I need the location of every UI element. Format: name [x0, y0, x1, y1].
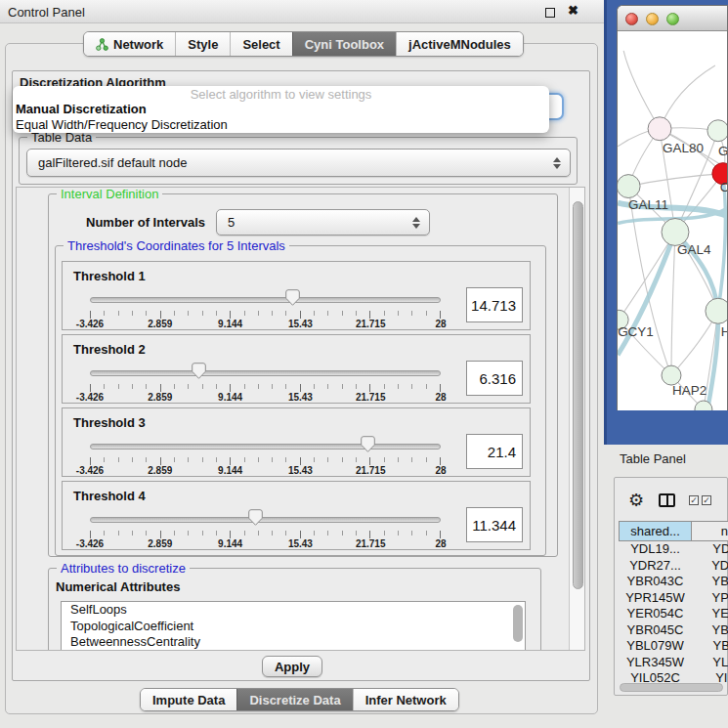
- tab-style[interactable]: Style: [175, 32, 230, 56]
- table-row[interactable]: YBL079WYBL0: [619, 638, 728, 655]
- mac-minimize-icon[interactable]: [646, 13, 659, 25]
- threshold-2-value-field[interactable]: 6.316: [466, 361, 523, 396]
- table-data-combo-value: galFiltered.sif default node: [38, 155, 187, 170]
- panel-title: Control Panel: [8, 5, 85, 20]
- table-data-combo[interactable]: galFiltered.sif default node: [26, 149, 571, 177]
- attributes-group-title: Attributes to discretize: [57, 561, 190, 576]
- network-nodes[interactable]: [618, 117, 728, 410]
- column-header-shared-name[interactable]: shared...: [619, 521, 692, 541]
- threshold-1-panel: Threshold 1 -3.426 2.859 9.144 15.43 21.…: [62, 261, 531, 330]
- tab-infer-network[interactable]: Infer Network: [353, 689, 458, 710]
- slider-thumb[interactable]: [192, 363, 206, 379]
- slider-major-ticks: [90, 384, 441, 392]
- close-panel-icon[interactable]: ✖: [568, 3, 578, 18]
- list-item[interactable]: SelfLoops: [62, 602, 525, 619]
- tab-select[interactable]: Select: [230, 32, 291, 56]
- float-panel-icon[interactable]: [545, 8, 555, 18]
- tab-discretize-data[interactable]: Discretize Data: [236, 689, 352, 710]
- tab-network-label: Network: [113, 37, 163, 52]
- combo-stepper-icon: [553, 157, 561, 169]
- threshold-1-slider[interactable]: -3.426 2.859 9.144 15.43 21.715 28: [90, 262, 441, 329]
- node-label: H: [721, 324, 728, 339]
- control-panel-titlebar: Control Panel ✖: [0, 0, 604, 23]
- table-row[interactable]: YDL19...YDL1: [619, 541, 728, 558]
- columns-icon[interactable]: [659, 493, 675, 507]
- network-node[interactable]: [618, 175, 640, 198]
- table-row[interactable]: YDR27...YDR2: [619, 558, 728, 575]
- table-header-row: shared... na: [619, 521, 728, 541]
- slider-thumb[interactable]: [248, 509, 263, 526]
- settings-scrollbar-thumb[interactable]: [573, 201, 583, 589]
- cyni-mode-tabs: Impute Data Discretize Data Infer Networ…: [140, 688, 459, 711]
- slider-thumb[interactable]: [361, 436, 375, 452]
- apply-button[interactable]: Apply: [262, 656, 322, 677]
- tab-impute-data[interactable]: Impute Data: [141, 689, 236, 710]
- tick-label: 2.859: [148, 319, 172, 329]
- network-icon: [96, 38, 108, 51]
- node-label: GCY1: [618, 324, 654, 339]
- list-item[interactable]: TopologicalCoefficient: [62, 619, 525, 635]
- slider-track[interactable]: [90, 517, 441, 523]
- interval-definition-title: Interval Definition: [57, 187, 162, 201]
- tick-label: 9.144: [218, 392, 242, 403]
- threshold-2-slider[interactable]: -3.426 2.859 9.144 15.43 21.715 28: [90, 335, 441, 403]
- algorithm-option-manual[interactable]: Manual Discretization: [13, 102, 549, 117]
- network-node[interactable]: [707, 120, 728, 142]
- table-rows: YDL19...YDL1 YDR27...YDR2 YBR043CYBR0 YP…: [619, 541, 728, 687]
- table-horizontal-scrollbar[interactable]: [620, 683, 723, 692]
- table-row[interactable]: YBR043CYBR0: [619, 574, 728, 590]
- threshold-4-slider[interactable]: -3.426 2.859 9.144 15.43 21.715 28: [90, 482, 441, 549]
- gear-icon[interactable]: ⚙: [628, 490, 644, 511]
- network-node[interactable]: [662, 219, 689, 246]
- tab-network[interactable]: Network: [84, 32, 175, 56]
- threshold-3-value-field[interactable]: 21.4: [466, 434, 523, 469]
- tick-label: 28: [435, 465, 446, 476]
- numerical-attributes-list[interactable]: SelfLoops TopologicalCoefficient Between…: [61, 601, 526, 651]
- tab-cyni-toolbox[interactable]: Cyni Toolbox: [292, 32, 396, 56]
- list-item[interactable]: BetweennessCentrality: [62, 634, 525, 651]
- tick-label: 21.715: [356, 319, 386, 329]
- threshold-4-value-field[interactable]: 11.344: [466, 507, 523, 542]
- tick-label: 15.43: [288, 392, 313, 403]
- node-label: HAP2: [672, 383, 707, 398]
- tick-label: 15.43: [288, 465, 313, 476]
- tick-label: 28: [435, 538, 446, 549]
- algorithm-popup-prompt: Select algorithm to view settings: [13, 86, 549, 102]
- settings-scrollbar-track[interactable]: [569, 188, 585, 651]
- algorithm-option-equal-width[interactable]: Equal Width/Frequency Discretization: [13, 117, 549, 133]
- table-row[interactable]: YLR345WYLR3: [619, 655, 728, 671]
- slider-track[interactable]: [90, 370, 441, 376]
- table-row[interactable]: YBR045CYBR0: [619, 622, 728, 639]
- checkbox-icon[interactable]: ✓: [689, 495, 699, 505]
- list-scrollbar[interactable]: [513, 605, 523, 642]
- tick-label: 2.859: [148, 392, 172, 403]
- slider-track[interactable]: [90, 444, 441, 450]
- tick-label: 2.859: [148, 465, 172, 476]
- threshold-2-panel: Threshold 2 -3.426 2.859 9.144 15.43 21.…: [62, 334, 531, 404]
- table-row[interactable]: YPR145WYPR1: [619, 590, 728, 607]
- node-attribute-table: shared... na YDL19...YDL1 YDR27...YDR2 Y…: [619, 521, 728, 687]
- threshold-3-panel: Threshold 3 -3.426 2.859 9.144 15.43 21.…: [62, 407, 531, 477]
- number-of-intervals-combo[interactable]: 5: [216, 209, 430, 236]
- tick-label: 9.144: [218, 319, 242, 329]
- column-header-name[interactable]: na: [692, 521, 728, 541]
- network-window-titlebar: [618, 6, 727, 31]
- threshold-3-slider[interactable]: -3.426 2.859 9.144 15.43 21.715 28: [90, 408, 441, 476]
- slider-track[interactable]: [90, 297, 441, 303]
- tick-label: 15.43: [288, 538, 313, 549]
- node-label: GAL80: [663, 141, 704, 155]
- tick-label: 9.144: [218, 465, 242, 476]
- slider-thumb[interactable]: [285, 289, 300, 306]
- tab-jactivemnodules[interactable]: jActiveMNodules: [396, 32, 523, 56]
- network-canvas[interactable]: GAL80 GA C GAL11 GAL4 GCY1 H HAP2: [618, 31, 728, 410]
- network-node[interactable]: [648, 117, 671, 141]
- threshold-1-value-field[interactable]: 14.713: [466, 287, 523, 322]
- tick-label: 21.715: [356, 392, 386, 403]
- table-row[interactable]: YER054CYER0: [619, 606, 728, 622]
- node-label: GAL4: [677, 242, 711, 257]
- mac-close-icon[interactable]: [625, 13, 638, 25]
- mac-zoom-icon[interactable]: [666, 13, 679, 25]
- checkbox-icon[interactable]: ✓: [702, 495, 711, 505]
- tick-label: -3.426: [76, 538, 104, 549]
- network-node[interactable]: [706, 298, 728, 323]
